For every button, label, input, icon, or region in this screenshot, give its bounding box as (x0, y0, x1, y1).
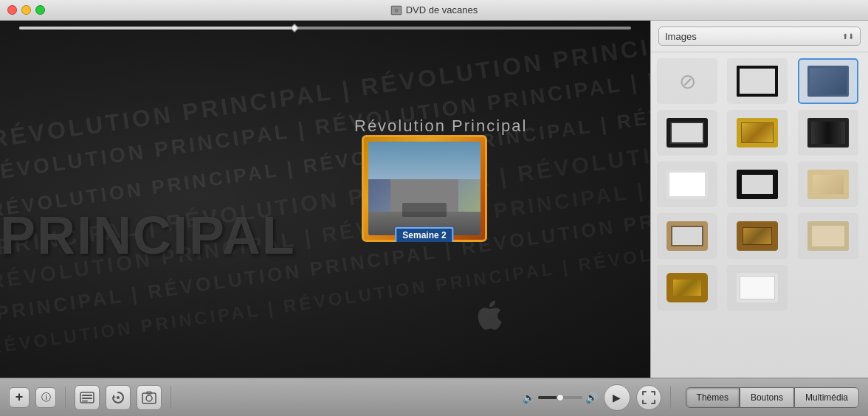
capture-icon (141, 390, 157, 405)
slate-frame-preview (807, 66, 849, 97)
chapter-thumbnail[interactable]: Semaine 2 (362, 135, 487, 242)
svg-point-9 (117, 396, 120, 399)
tab-multimedia[interactable]: Multimédia (794, 387, 859, 408)
close-button[interactable] (7, 5, 17, 15)
fullscreen-button[interactable] (636, 385, 661, 410)
light-tan-frame-preview (807, 221, 849, 251)
preview-background: RÉVOLUTION PRINCIPAL | RÉVOLUTION PRINCI… (0, 21, 650, 378)
tab-buttons: Thèmes Boutons Multimédia (686, 387, 859, 408)
tab-themes[interactable]: Thèmes (686, 387, 740, 408)
main-area: RÉVOLUTION PRINCIPAL | RÉVOLUTION PRINCI… (0, 21, 868, 378)
chapter-label: Semaine 2 (395, 227, 453, 242)
info-icon: ⓘ (41, 391, 51, 404)
volume-low-icon: 🔈 (523, 392, 535, 403)
toolbar-separator-2 (170, 386, 171, 409)
frame-none[interactable]: ⊘ (657, 58, 717, 104)
frame-black-sleek[interactable] (798, 110, 858, 156)
white-thin-frame-preview (666, 170, 708, 199)
dropdown-arrow-icon: ⬆⬇ (842, 32, 854, 41)
capture-button[interactable] (137, 385, 162, 410)
volume-control: 🔈 🔊 (523, 392, 598, 403)
gold-frame-preview (737, 118, 778, 148)
apple-logo (473, 297, 503, 341)
progress-bar-track[interactable] (19, 27, 631, 30)
toolbar: + ⓘ 🔈 (0, 378, 868, 416)
frame-black-wide[interactable] (727, 162, 788, 207)
svg-rect-7 (82, 401, 88, 402)
frame-dark-ornate[interactable] (657, 110, 717, 156)
frame-cream-rustic[interactable] (798, 162, 858, 207)
svg-marker-8 (113, 395, 116, 398)
panel-header: Images ⬆⬇ (651, 21, 868, 52)
svg-rect-10 (142, 393, 156, 403)
minimize-button[interactable] (21, 5, 31, 15)
frame-white-thin[interactable] (657, 162, 717, 207)
svg-rect-5 (82, 395, 92, 396)
rotate-icon (111, 390, 125, 405)
svg-rect-6 (82, 398, 92, 399)
frame-black-thin[interactable] (727, 58, 788, 104)
fullscreen-icon (641, 390, 656, 405)
frame-slate-selected[interactable] (798, 58, 858, 104)
dvd-icon (390, 4, 402, 16)
menu-button[interactable] (75, 385, 100, 410)
toolbar-separator-1 (65, 386, 66, 409)
frames-grid: ⊘ (651, 52, 868, 378)
preview-title: Révolution Principal (354, 117, 527, 136)
svg-point-11 (146, 395, 152, 401)
rotate-button[interactable] (106, 385, 131, 410)
preview-area: RÉVOLUTION PRINCIPAL | RÉVOLUTION PRINCI… (0, 21, 650, 378)
black-wide-frame-preview (737, 170, 778, 199)
add-button[interactable]: + (9, 387, 30, 408)
black-sleek-frame-preview (807, 118, 849, 148)
volume-knob[interactable] (557, 394, 564, 401)
black-thin-frame-preview (737, 66, 778, 97)
cream-rustic-frame-preview (807, 170, 849, 199)
white-simple-frame-preview (737, 273, 778, 302)
titlebar-buttons (7, 5, 45, 15)
watermark-overlay: RÉVOLUTION PRINCIPAL | RÉVOLUTION PRINCI… (0, 21, 650, 378)
volume-high-icon: 🔊 (585, 392, 598, 403)
info-button[interactable]: ⓘ (35, 387, 56, 408)
menu-icon (80, 390, 94, 405)
window-title: DVD de vacanes (390, 4, 478, 16)
svg-point-3 (396, 10, 397, 11)
tab-buttons-tab[interactable]: Boutons (740, 387, 794, 408)
chapter-selection-ring (362, 135, 487, 242)
toolbar-separator-3 (670, 386, 671, 409)
maximize-button[interactable] (35, 5, 45, 15)
right-panel: Images ⬆⬇ ⊘ (650, 21, 868, 378)
frame-antique-ornate[interactable] (727, 213, 788, 259)
dark-ornate-frame-preview (666, 118, 708, 148)
frame-gold-baroque[interactable] (657, 265, 717, 311)
play-icon: ▶ (613, 392, 621, 403)
titlebar: DVD de vacanes (0, 0, 868, 21)
frame-tan-ornate[interactable] (657, 213, 717, 259)
tan-ornate-frame-preview (666, 221, 708, 251)
gold-baroque-frame-preview (666, 273, 708, 302)
play-button[interactable]: ▶ (604, 384, 630, 411)
no-frame-icon: ⊘ (669, 67, 706, 95)
antique-ornate-frame-preview (737, 221, 778, 251)
frame-white-simple[interactable] (727, 265, 788, 311)
frame-light-tan[interactable] (798, 213, 858, 259)
volume-slider[interactable] (538, 396, 582, 399)
images-dropdown[interactable]: Images ⬆⬇ (658, 27, 861, 46)
progress-bar-fill (19, 27, 294, 30)
frame-gold[interactable] (727, 110, 788, 156)
